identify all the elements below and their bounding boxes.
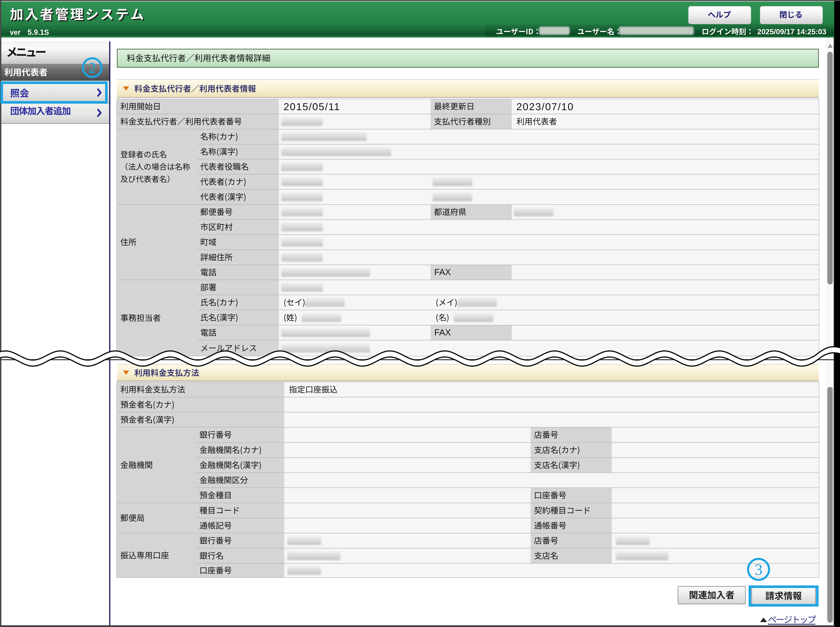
svg-text:3: 3 [755, 561, 763, 578]
svg-text:FAX: FAX [434, 267, 451, 277]
svg-text:2: 2 [88, 60, 96, 76]
svg-text:2015/05/11: 2015/05/11 [284, 101, 340, 112]
svg-text:2025/09/17 14:25:03: 2025/09/17 14:25:03 [757, 28, 826, 36]
svg-text:ver: ver [10, 28, 20, 36]
svg-text:2023/07/10: 2023/07/10 [516, 101, 574, 112]
svg-text:5.9.1S: 5.9.1S [28, 28, 49, 36]
svg-text:FAX: FAX [434, 328, 451, 337]
